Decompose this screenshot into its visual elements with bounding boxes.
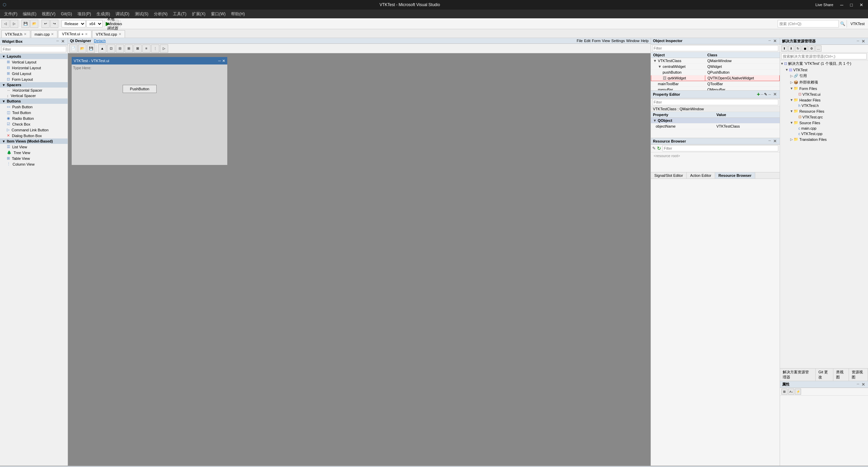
- menu-analyze[interactable]: 分析(N): [151, 11, 171, 18]
- menu-tools[interactable]: 工具(T): [170, 11, 189, 18]
- se-tb5[interactable]: ⚙: [809, 45, 815, 52]
- tab-maincpp-close[interactable]: ✕: [51, 32, 54, 36]
- se-item-form-files[interactable]: ▼ 📁 Form Files: [780, 86, 868, 91]
- se-item-vtktest[interactable]: ▼ ▤ VTKTest: [780, 67, 868, 73]
- maximize-btn[interactable]: □: [848, 2, 855, 8]
- se-item-references[interactable]: ▷ 🔗 引用: [780, 73, 868, 79]
- qdt-open[interactable]: 📂: [78, 44, 86, 53]
- wb-item-horizontal-spacer[interactable]: ↔ Horizontal Spacer: [0, 88, 68, 93]
- pe-search[interactable]: [652, 99, 778, 105]
- se-tab-solution[interactable]: 解决方案资源管理器: [780, 369, 816, 381]
- oi-pin[interactable]: ─: [768, 39, 772, 43]
- qt-designer-menus-form[interactable]: Form: [592, 39, 601, 43]
- se-tb2[interactable]: ⬇: [788, 45, 794, 52]
- oi-row-qvtkwidget[interactable]: 🖼qvtkWidget QVTKOpenGLNativeWidget: [651, 75, 780, 81]
- se-item-solution[interactable]: ▼ ⊡ 解决方案 'VTKTest' (1 个项目, 共 1 个): [780, 60, 868, 67]
- rb-edit-icon[interactable]: ✎: [652, 146, 656, 151]
- qdt-cursor[interactable]: ▲: [98, 44, 106, 53]
- se-item-resource-files[interactable]: ▼ 📁 Resource Files: [780, 108, 868, 114]
- menu-help[interactable]: 帮助(H): [228, 11, 248, 18]
- pp-sort-cat[interactable]: ⊞: [781, 389, 787, 395]
- tab-vtktesth[interactable]: VTKTest.h ✕: [1, 30, 30, 38]
- se-tb6[interactable]: …: [815, 45, 821, 52]
- tb-open-btn[interactable]: 📂: [30, 20, 38, 28]
- qdt-preview[interactable]: ▷: [160, 44, 168, 53]
- wb-item-column-view[interactable]: ⋮ Column View: [0, 161, 68, 167]
- rb-close[interactable]: ✕: [772, 139, 778, 144]
- wb-item-dialog-button-box[interactable]: ✕ Dialog Button Box: [0, 133, 68, 138]
- widget-box-pin[interactable]: ─: [56, 39, 59, 44]
- pe-add-icon[interactable]: +: [757, 91, 760, 97]
- search-input[interactable]: [778, 20, 839, 27]
- pe-minus-icon[interactable]: ─: [761, 92, 763, 96]
- tab-vtktesth-close[interactable]: ✕: [24, 32, 26, 36]
- se-item-vtktestqrc[interactable]: ⊡ VTKTest.qrc: [780, 114, 868, 120]
- menu-file[interactable]: 文件(F): [1, 11, 20, 18]
- tab-vtktestui-close[interactable]: ✕: [85, 32, 88, 36]
- wb-item-table-view[interactable]: ⊞ Table View: [0, 155, 68, 161]
- qt-designer-menus-settings[interactable]: Settings: [612, 39, 625, 43]
- qdt-layout5[interactable]: ⋮: [151, 44, 159, 53]
- se-tab-class[interactable]: 类视图: [833, 369, 849, 381]
- platform-select[interactable]: x64 x86: [86, 20, 103, 27]
- rb-tab-signal-slot[interactable]: Signal/Slot Editor: [651, 172, 687, 179]
- wb-category-item-views[interactable]: ▼ Item Views (Model-Based): [0, 138, 68, 144]
- menu-project[interactable]: 项目(P): [75, 11, 94, 18]
- se-tb1[interactable]: ⬆: [781, 45, 787, 52]
- form-minimize-btn[interactable]: ─: [218, 59, 221, 63]
- live-share-btn[interactable]: Live Share: [813, 2, 835, 7]
- tab-vtktestcpp[interactable]: VTKTest.cpp ✕: [92, 30, 125, 38]
- rb-pin[interactable]: ─: [768, 139, 772, 144]
- tab-maincpp[interactable]: main.cpp ✕: [31, 30, 58, 38]
- qt-designer-detach[interactable]: Detach: [94, 39, 106, 43]
- se-item-maincpp[interactable]: c main.cpp: [780, 126, 868, 131]
- qdt-save[interactable]: 💾: [87, 44, 95, 53]
- wb-item-list-view[interactable]: ☰ List View: [0, 144, 68, 150]
- se-item-source-files[interactable]: ▼ 📁 Source Files: [780, 120, 868, 126]
- menu-view[interactable]: 视图(V): [39, 11, 58, 18]
- form-window-body[interactable]: Type Here: PushButton: [72, 64, 227, 165]
- minimize-btn[interactable]: ─: [838, 2, 845, 8]
- widget-box-close[interactable]: ✕: [60, 39, 66, 44]
- se-tab-resource[interactable]: 资源视图: [849, 369, 868, 381]
- oi-search[interactable]: [652, 45, 778, 51]
- menu-window[interactable]: 窗口(W): [208, 11, 228, 18]
- rb-refresh-icon[interactable]: ↻: [657, 146, 661, 151]
- tb-save-btn[interactable]: 💾: [21, 20, 30, 28]
- wb-item-command-link[interactable]: ▷ Command Link Button: [0, 127, 68, 133]
- pe-close[interactable]: ✕: [772, 92, 778, 97]
- qt-designer-menus-window[interactable]: Window: [626, 39, 639, 43]
- se-item-vtktestui[interactable]: ⊡ VTKTest.ui: [780, 91, 868, 97]
- menu-test[interactable]: 测试(S): [132, 11, 151, 18]
- menu-git[interactable]: Git(G): [58, 11, 75, 17]
- qdt-layout2[interactable]: ⊞: [125, 44, 133, 53]
- pe-pin[interactable]: ─: [768, 93, 772, 96]
- qdt-layout4[interactable]: ≡: [142, 44, 150, 53]
- pp-close[interactable]: ✕: [861, 382, 866, 387]
- se-search[interactable]: [781, 53, 867, 59]
- qt-designer-menus-help[interactable]: Help: [641, 39, 649, 43]
- wb-category-buttons[interactable]: ▼ Buttons: [0, 98, 68, 104]
- wb-item-form-layout[interactable]: ⊡ Form Layout: [0, 76, 68, 82]
- tb-back-btn[interactable]: ◁: [1, 20, 10, 28]
- oi-row-menubar[interactable]: menuBar QMenuBar: [651, 87, 780, 91]
- rb-tab-resource[interactable]: Resource Browser: [715, 172, 755, 179]
- tb-debug-btn[interactable]: 本地 Windows 调试器: [110, 20, 119, 28]
- pp-pin[interactable]: ─: [856, 382, 860, 387]
- qdt-widget[interactable]: ⊡: [107, 44, 115, 53]
- wb-category-layouts[interactable]: ▼ Layouts: [0, 54, 68, 59]
- qt-designer-menus-view[interactable]: View: [602, 39, 610, 43]
- wb-item-check-box[interactable]: ☑ Check Box: [0, 121, 68, 127]
- pushbutton-widget[interactable]: PushButton: [123, 85, 157, 93]
- se-tb4[interactable]: ◼: [802, 45, 808, 52]
- pp-events[interactable]: ⚡: [795, 389, 801, 395]
- tb-redo-btn[interactable]: ↪: [50, 20, 58, 28]
- rb-tab-action[interactable]: Action Editor: [687, 172, 715, 179]
- form-close-btn[interactable]: ✕: [222, 59, 225, 63]
- se-close[interactable]: ✕: [861, 39, 866, 44]
- oi-row-centralwidget[interactable]: ▼ centralWidget QWidget: [651, 64, 780, 70]
- menu-edit[interactable]: 编辑(E): [20, 11, 39, 18]
- wb-item-tree-view[interactable]: 🌲 Tree View: [0, 150, 68, 155]
- qt-designer-menus-edit[interactable]: Edit: [584, 39, 590, 43]
- wb-item-vertical-spacer[interactable]: ↕ Vertical Spacer: [0, 93, 68, 98]
